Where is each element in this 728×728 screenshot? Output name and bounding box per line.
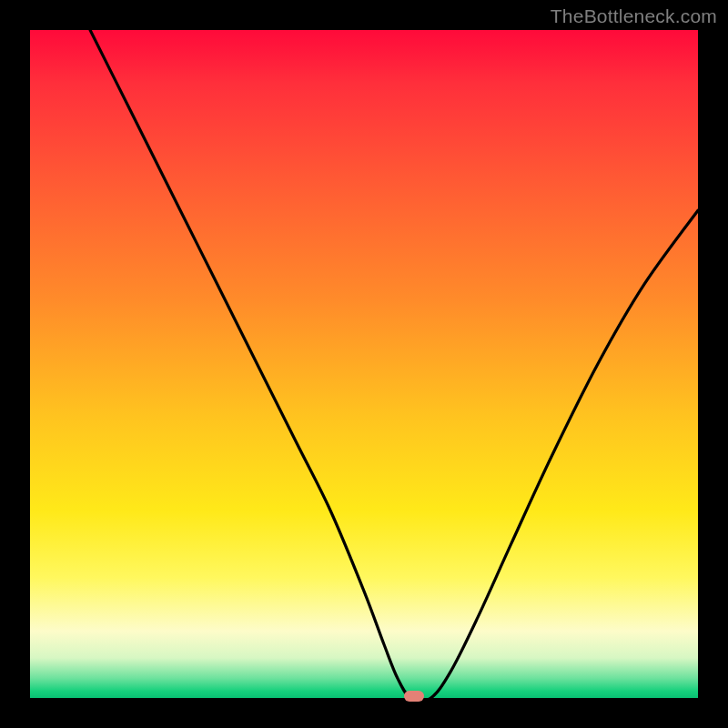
minimum-marker bbox=[404, 691, 424, 702]
watermark-text: TheBottleneck.com bbox=[551, 5, 717, 27]
bottleneck-curve bbox=[30, 30, 698, 698]
plot-area bbox=[30, 30, 698, 698]
chart-frame: TheBottleneck.com bbox=[0, 0, 728, 728]
